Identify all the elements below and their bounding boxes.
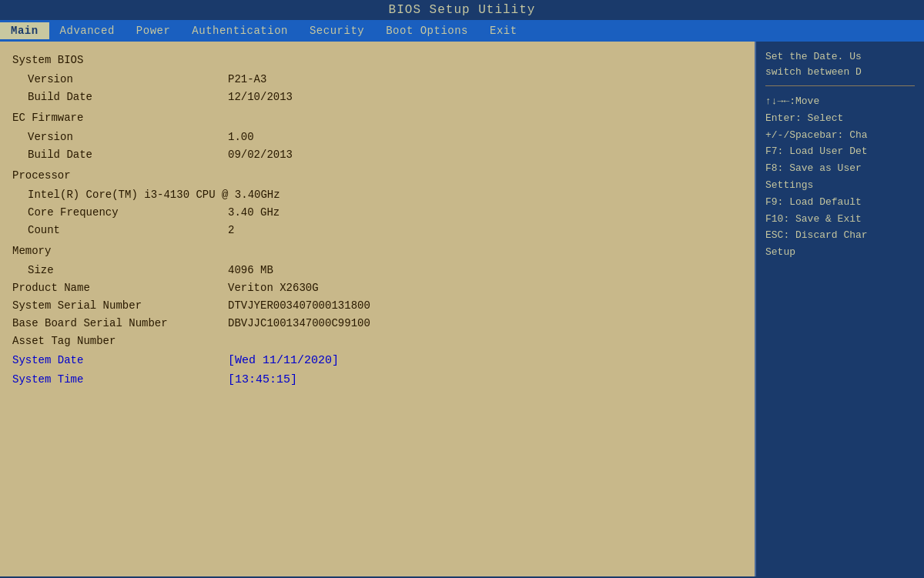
row-memory-size: Size 4096 MB: [12, 262, 742, 279]
section-label-processor: Processor: [12, 168, 71, 184]
label-base-board-serial: Base Board Serial Number: [12, 316, 228, 332]
value-ec-build-date: 09/02/2013: [228, 147, 293, 163]
menu-item-authentication[interactable]: Authentication: [181, 22, 299, 39]
row-product-name: Product Name Veriton X2630G: [12, 280, 742, 296]
value-bios-build-date: 12/10/2013: [228, 89, 293, 105]
row-core-count: Count 2: [12, 222, 742, 239]
menu-item-exit[interactable]: Exit: [479, 22, 528, 39]
section-label-memory: Memory: [12, 243, 51, 259]
section-ec-firmware: EC Firmware: [12, 107, 742, 128]
label-core-frequency: Core Frequency: [12, 205, 228, 221]
shortcut-enter: Enter: Select: [765, 111, 915, 127]
value-core-count: 2: [228, 222, 234, 239]
label-system-serial: System Serial Number: [12, 298, 228, 314]
title-bar: BIOS Setup Utility: [0, 0, 924, 20]
row-base-board-serial: Base Board Serial Number DBVJJC100134700…: [12, 316, 742, 332]
label-processor-name: Intel(R) Core(TM) i3-4130 CPU @ 3.40GHz: [12, 187, 280, 203]
shortcut-f8: F8: Save as User: [765, 161, 915, 177]
shortcut-move: ↑↓→←:Move: [765, 94, 915, 110]
label-ec-build-date: Build Date: [12, 147, 228, 163]
row-bios-version: Version P21-A3: [12, 72, 742, 88]
label-core-count: Count: [12, 222, 228, 239]
value-system-time: [13:45:15]: [228, 372, 297, 389]
value-product-name: Veriton X2630G: [228, 280, 319, 296]
row-system-time[interactable]: System Time [13:45:15]: [12, 372, 742, 389]
shortcut-esc: ESC: Discard Char: [765, 228, 915, 244]
label-memory-size: Size: [12, 262, 228, 279]
value-system-serial: DTVJYER003407000131800: [228, 298, 370, 314]
row-ec-build-date: Build Date 09/02/2013: [12, 147, 742, 163]
menu-bar: Main Advanced Power Authentication Secur…: [0, 20, 924, 42]
label-product-name: Product Name: [12, 280, 228, 296]
section-processor: Processor: [12, 165, 742, 185]
value-bios-version: P21-A3: [228, 72, 266, 88]
shortcut-settings: Settings: [765, 178, 915, 194]
label-bios-version: Version: [12, 72, 228, 88]
shortcut-setup: Setup: [765, 245, 915, 261]
menu-item-boot-options[interactable]: Boot Options: [375, 22, 479, 39]
row-asset-tag: Asset Tag Number: [12, 333, 742, 349]
right-panel: Set the Date. Usswitch between D ↑↓→←:Mo…: [755, 42, 924, 576]
label-asset-tag: Asset Tag Number: [12, 333, 228, 349]
row-ec-version: Version 1.00: [12, 129, 742, 145]
menu-item-power[interactable]: Power: [126, 22, 182, 39]
shortcut-f9: F9: Load Default: [765, 195, 915, 211]
section-label-system-bios: System BIOS: [12, 52, 83, 68]
help-separator: [765, 85, 915, 86]
section-system-bios: System BIOS: [12, 49, 742, 70]
section-label-ec-firmware: EC Firmware: [12, 110, 83, 126]
value-base-board-serial: DBVJJC1001347000C99100: [228, 316, 370, 332]
shortcut-spacebar: +/-/Spacebar: Cha: [765, 128, 915, 144]
row-system-date[interactable]: System Date [Wed 11/11/2020]: [12, 352, 742, 370]
shortcut-f10: F10: Save & Exit: [765, 212, 915, 228]
menu-item-advanced[interactable]: Advanced: [49, 22, 126, 39]
row-bios-build-date: Build Date 12/10/2013: [12, 89, 742, 105]
label-system-time: System Time: [12, 372, 228, 389]
shortcut-f7: F7: Load User Det: [765, 144, 915, 160]
row-processor-name: Intel(R) Core(TM) i3-4130 CPU @ 3.40GHz: [12, 187, 742, 203]
value-ec-version: 1.00: [228, 129, 254, 145]
section-memory: Memory: [12, 240, 742, 261]
help-description: Set the Date. Usswitch between D: [765, 49, 915, 79]
row-core-frequency: Core Frequency 3.40 GHz: [12, 205, 742, 221]
shortcuts-list: ↑↓→←:Move Enter: Select +/-/Spacebar: Ch…: [765, 94, 915, 261]
menu-item-security[interactable]: Security: [299, 22, 375, 39]
left-panel: System BIOS Version P21-A3 Build Date 12…: [0, 42, 755, 576]
label-system-date: System Date: [12, 352, 228, 370]
menu-item-main[interactable]: Main: [0, 22, 49, 39]
value-system-date: [Wed 11/11/2020]: [228, 352, 339, 370]
value-memory-size: 4096 MB: [228, 262, 273, 279]
bios-title: BIOS Setup Utility: [389, 3, 536, 17]
row-system-serial: System Serial Number DTVJYER003407000131…: [12, 298, 742, 314]
value-core-frequency: 3.40 GHz: [228, 205, 280, 221]
label-ec-version: Version: [12, 129, 228, 145]
label-bios-build-date: Build Date: [12, 89, 228, 105]
